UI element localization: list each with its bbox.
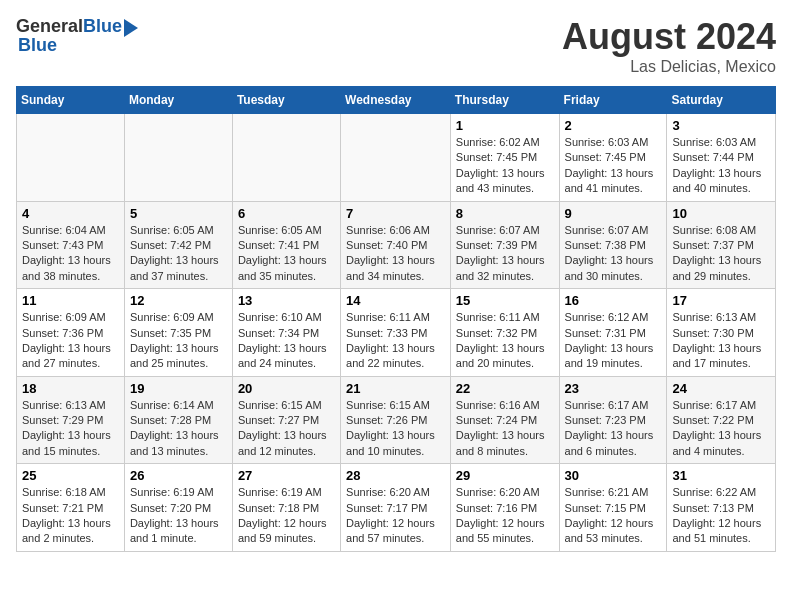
calendar-cell: 1Sunrise: 6:02 AM Sunset: 7:45 PM Daylig… (450, 114, 559, 202)
calendar-week-row: 18Sunrise: 6:13 AM Sunset: 7:29 PM Dayli… (17, 376, 776, 464)
day-number: 25 (22, 468, 119, 483)
day-info: Sunrise: 6:09 AM Sunset: 7:35 PM Dayligh… (130, 310, 227, 372)
logo-arrow-icon (124, 19, 138, 37)
day-number: 15 (456, 293, 554, 308)
calendar-cell: 25Sunrise: 6:18 AM Sunset: 7:21 PM Dayli… (17, 464, 125, 552)
day-info: Sunrise: 6:22 AM Sunset: 7:13 PM Dayligh… (672, 485, 770, 547)
day-info: Sunrise: 6:17 AM Sunset: 7:23 PM Dayligh… (565, 398, 662, 460)
calendar-header-row: SundayMondayTuesdayWednesdayThursdayFrid… (17, 87, 776, 114)
header-monday: Monday (124, 87, 232, 114)
day-info: Sunrise: 6:03 AM Sunset: 7:45 PM Dayligh… (565, 135, 662, 197)
calendar-cell: 26Sunrise: 6:19 AM Sunset: 7:20 PM Dayli… (124, 464, 232, 552)
day-number: 1 (456, 118, 554, 133)
calendar-week-row: 1Sunrise: 6:02 AM Sunset: 7:45 PM Daylig… (17, 114, 776, 202)
day-number: 14 (346, 293, 445, 308)
calendar-cell: 31Sunrise: 6:22 AM Sunset: 7:13 PM Dayli… (667, 464, 776, 552)
calendar-week-row: 4Sunrise: 6:04 AM Sunset: 7:43 PM Daylig… (17, 201, 776, 289)
day-number: 20 (238, 381, 335, 396)
calendar-cell: 23Sunrise: 6:17 AM Sunset: 7:23 PM Dayli… (559, 376, 667, 464)
day-info: Sunrise: 6:19 AM Sunset: 7:20 PM Dayligh… (130, 485, 227, 547)
calendar-cell: 8Sunrise: 6:07 AM Sunset: 7:39 PM Daylig… (450, 201, 559, 289)
calendar-cell: 14Sunrise: 6:11 AM Sunset: 7:33 PM Dayli… (341, 289, 451, 377)
calendar-cell: 30Sunrise: 6:21 AM Sunset: 7:15 PM Dayli… (559, 464, 667, 552)
calendar-cell: 12Sunrise: 6:09 AM Sunset: 7:35 PM Dayli… (124, 289, 232, 377)
day-info: Sunrise: 6:20 AM Sunset: 7:17 PM Dayligh… (346, 485, 445, 547)
day-number: 24 (672, 381, 770, 396)
calendar-cell: 19Sunrise: 6:14 AM Sunset: 7:28 PM Dayli… (124, 376, 232, 464)
calendar-cell: 28Sunrise: 6:20 AM Sunset: 7:17 PM Dayli… (341, 464, 451, 552)
day-number: 13 (238, 293, 335, 308)
day-number: 31 (672, 468, 770, 483)
logo-general-text: General (16, 16, 83, 37)
day-number: 10 (672, 206, 770, 221)
day-info: Sunrise: 6:07 AM Sunset: 7:39 PM Dayligh… (456, 223, 554, 285)
day-info: Sunrise: 6:18 AM Sunset: 7:21 PM Dayligh… (22, 485, 119, 547)
day-number: 30 (565, 468, 662, 483)
day-number: 23 (565, 381, 662, 396)
day-info: Sunrise: 6:06 AM Sunset: 7:40 PM Dayligh… (346, 223, 445, 285)
calendar-cell: 22Sunrise: 6:16 AM Sunset: 7:24 PM Dayli… (450, 376, 559, 464)
calendar-cell (232, 114, 340, 202)
calendar-cell: 7Sunrise: 6:06 AM Sunset: 7:40 PM Daylig… (341, 201, 451, 289)
day-number: 5 (130, 206, 227, 221)
day-info: Sunrise: 6:15 AM Sunset: 7:27 PM Dayligh… (238, 398, 335, 460)
calendar-cell: 6Sunrise: 6:05 AM Sunset: 7:41 PM Daylig… (232, 201, 340, 289)
day-info: Sunrise: 6:09 AM Sunset: 7:36 PM Dayligh… (22, 310, 119, 372)
calendar-cell: 9Sunrise: 6:07 AM Sunset: 7:38 PM Daylig… (559, 201, 667, 289)
calendar-cell: 13Sunrise: 6:10 AM Sunset: 7:34 PM Dayli… (232, 289, 340, 377)
day-number: 7 (346, 206, 445, 221)
calendar-cell (17, 114, 125, 202)
logo: General Blue Blue (16, 16, 138, 56)
day-number: 22 (456, 381, 554, 396)
day-info: Sunrise: 6:05 AM Sunset: 7:41 PM Dayligh… (238, 223, 335, 285)
day-number: 21 (346, 381, 445, 396)
header-wednesday: Wednesday (341, 87, 451, 114)
day-number: 9 (565, 206, 662, 221)
calendar-cell: 3Sunrise: 6:03 AM Sunset: 7:44 PM Daylig… (667, 114, 776, 202)
calendar-cell: 11Sunrise: 6:09 AM Sunset: 7:36 PM Dayli… (17, 289, 125, 377)
calendar-cell: 27Sunrise: 6:19 AM Sunset: 7:18 PM Dayli… (232, 464, 340, 552)
calendar-cell: 15Sunrise: 6:11 AM Sunset: 7:32 PM Dayli… (450, 289, 559, 377)
header-friday: Friday (559, 87, 667, 114)
calendar-week-row: 25Sunrise: 6:18 AM Sunset: 7:21 PM Dayli… (17, 464, 776, 552)
calendar-cell: 4Sunrise: 6:04 AM Sunset: 7:43 PM Daylig… (17, 201, 125, 289)
day-info: Sunrise: 6:15 AM Sunset: 7:26 PM Dayligh… (346, 398, 445, 460)
day-info: Sunrise: 6:11 AM Sunset: 7:33 PM Dayligh… (346, 310, 445, 372)
header-tuesday: Tuesday (232, 87, 340, 114)
day-info: Sunrise: 6:20 AM Sunset: 7:16 PM Dayligh… (456, 485, 554, 547)
day-number: 26 (130, 468, 227, 483)
calendar-table: SundayMondayTuesdayWednesdayThursdayFrid… (16, 86, 776, 552)
day-info: Sunrise: 6:21 AM Sunset: 7:15 PM Dayligh… (565, 485, 662, 547)
calendar-cell: 21Sunrise: 6:15 AM Sunset: 7:26 PM Dayli… (341, 376, 451, 464)
day-number: 12 (130, 293, 227, 308)
day-number: 8 (456, 206, 554, 221)
day-number: 3 (672, 118, 770, 133)
header-sunday: Sunday (17, 87, 125, 114)
day-number: 6 (238, 206, 335, 221)
day-info: Sunrise: 6:08 AM Sunset: 7:37 PM Dayligh… (672, 223, 770, 285)
day-number: 18 (22, 381, 119, 396)
calendar-cell: 17Sunrise: 6:13 AM Sunset: 7:30 PM Dayli… (667, 289, 776, 377)
calendar-cell (341, 114, 451, 202)
title-block: August 2024 Las Delicias, Mexico (562, 16, 776, 76)
calendar-cell: 2Sunrise: 6:03 AM Sunset: 7:45 PM Daylig… (559, 114, 667, 202)
day-number: 29 (456, 468, 554, 483)
day-number: 19 (130, 381, 227, 396)
day-info: Sunrise: 6:13 AM Sunset: 7:30 PM Dayligh… (672, 310, 770, 372)
day-number: 2 (565, 118, 662, 133)
calendar-cell: 29Sunrise: 6:20 AM Sunset: 7:16 PM Dayli… (450, 464, 559, 552)
day-number: 17 (672, 293, 770, 308)
month-year-title: August 2024 (562, 16, 776, 58)
day-info: Sunrise: 6:07 AM Sunset: 7:38 PM Dayligh… (565, 223, 662, 285)
day-info: Sunrise: 6:13 AM Sunset: 7:29 PM Dayligh… (22, 398, 119, 460)
day-info: Sunrise: 6:11 AM Sunset: 7:32 PM Dayligh… (456, 310, 554, 372)
calendar-week-row: 11Sunrise: 6:09 AM Sunset: 7:36 PM Dayli… (17, 289, 776, 377)
day-info: Sunrise: 6:05 AM Sunset: 7:42 PM Dayligh… (130, 223, 227, 285)
calendar-cell: 10Sunrise: 6:08 AM Sunset: 7:37 PM Dayli… (667, 201, 776, 289)
day-info: Sunrise: 6:02 AM Sunset: 7:45 PM Dayligh… (456, 135, 554, 197)
page-header: General Blue Blue August 2024 Las Delici… (16, 16, 776, 76)
calendar-cell: 18Sunrise: 6:13 AM Sunset: 7:29 PM Dayli… (17, 376, 125, 464)
day-info: Sunrise: 6:10 AM Sunset: 7:34 PM Dayligh… (238, 310, 335, 372)
calendar-cell: 24Sunrise: 6:17 AM Sunset: 7:22 PM Dayli… (667, 376, 776, 464)
logo-blue-text: Blue (83, 16, 122, 37)
